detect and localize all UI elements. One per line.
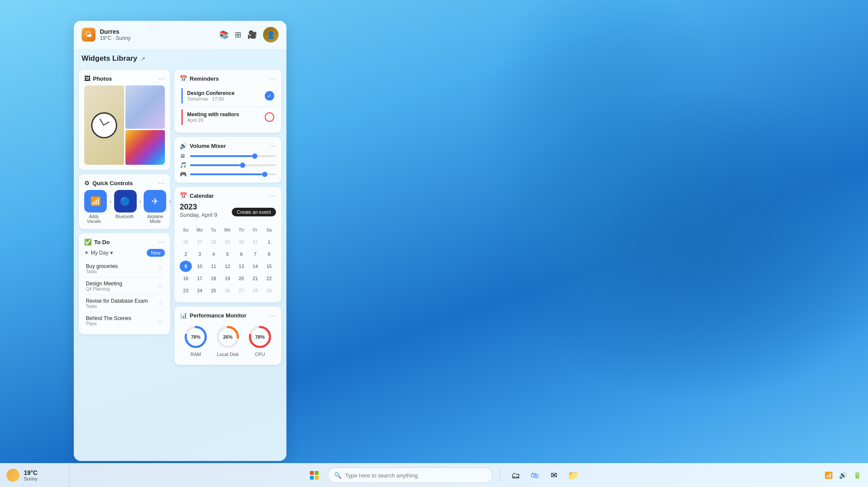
ram-circle: 78%: [184, 325, 208, 349]
todo-menu[interactable]: ···: [158, 239, 165, 245]
battery-icon[interactable]: 🔋: [853, 471, 861, 479]
cal-cell-18[interactable]: 18: [207, 273, 220, 284]
cal-cell-13[interactable]: 13: [235, 261, 247, 272]
cal-cell-11[interactable]: 11: [207, 261, 220, 272]
cal-cell-14[interactable]: 14: [249, 261, 261, 272]
qc-airplane-btn[interactable]: ✈: [144, 190, 166, 212]
cal-hdr-mo: Mo: [194, 224, 206, 235]
cal-cell-4[interactable]: 4: [207, 248, 220, 260]
todo-star-2[interactable]: ☆: [158, 283, 163, 290]
cal-cell-20[interactable]: 20: [235, 273, 247, 284]
reminder-sub-2: April 20: [187, 118, 265, 123]
reminder-title-1: Design Conference: [187, 90, 265, 96]
expand-icon[interactable]: ↗: [141, 56, 145, 62]
todo-star-4[interactable]: ☆: [158, 317, 163, 324]
start-button[interactable]: [306, 467, 322, 484]
cal-cell-23[interactable]: 23: [180, 285, 192, 296]
qc-arrow-3[interactable]: ›: [169, 198, 171, 205]
filter-label: My Day: [91, 250, 108, 256]
taskbar-mail[interactable]: ✉: [545, 467, 562, 484]
quick-controls-widget: ⚙ Quick Controls ··· 📶 › 🔵 › ✈ › Addy Vi…: [79, 174, 170, 229]
search-placeholder-text: Type here to search anything: [345, 472, 418, 479]
cal-cell-25[interactable]: 25: [207, 285, 220, 296]
cal-cell-30a[interactable]: 30: [235, 236, 247, 248]
reminder-title-2: Meeting with realtors: [187, 111, 265, 118]
avatar[interactable]: 👤: [263, 27, 279, 42]
cal-cell-22[interactable]: 22: [263, 273, 275, 284]
volume-icon-tb[interactable]: 🔊: [839, 471, 847, 479]
volume-menu[interactable]: ···: [270, 142, 276, 149]
cal-cell-17[interactable]: 17: [194, 273, 206, 284]
taskbar-folder[interactable]: 📁: [564, 467, 582, 484]
folder-icon: 📁: [568, 470, 579, 480]
perf-header: 📊 Performance Monitor ···: [180, 312, 276, 319]
qc-arrow-2[interactable]: ›: [139, 198, 141, 205]
cal-cell-2[interactable]: 2: [180, 248, 192, 260]
bookshelf-icon[interactable]: 📚: [219, 30, 229, 39]
vol-slider-1[interactable]: [190, 155, 276, 157]
cal-cell-3[interactable]: 3: [194, 248, 206, 260]
cal-cell-5[interactable]: 5: [221, 248, 233, 260]
perf-menu[interactable]: ···: [270, 312, 276, 319]
taskbar-temp: 19°C: [24, 469, 37, 476]
cal-cell-10[interactable]: 10: [194, 261, 206, 272]
cal-cell-28b[interactable]: 28: [249, 285, 261, 296]
volume-row-2: 🎵: [180, 162, 276, 168]
reminder-check-2[interactable]: [265, 112, 274, 122]
todo-star-1[interactable]: ☆: [158, 265, 163, 272]
taskbar-file-explorer[interactable]: 🗂: [507, 467, 524, 484]
calendar-grid: Su Mo Tu We Th Fr Sa 26 27 28 29 30: [180, 224, 276, 296]
cal-cell-7[interactable]: 7: [249, 248, 261, 260]
cal-cell-29b[interactable]: 29: [263, 285, 275, 296]
cal-cell-28a[interactable]: 28: [207, 236, 220, 248]
cal-cell-1[interactable]: 1: [263, 236, 275, 248]
calendar-menu[interactable]: ···: [270, 192, 276, 199]
reminders-menu[interactable]: ···: [270, 75, 276, 82]
cal-cell-16[interactable]: 16: [180, 273, 192, 284]
cal-hdr-tu: Tu: [207, 224, 220, 235]
cal-cell-26b[interactable]: 26: [221, 285, 233, 296]
taskbar-store[interactable]: 🛍: [526, 467, 543, 484]
cal-cell-26a[interactable]: 26: [180, 236, 192, 248]
reminder-check-1[interactable]: ✓: [265, 91, 274, 101]
cal-year: 2023: [180, 203, 217, 212]
cal-cell-24[interactable]: 24: [194, 285, 206, 296]
cal-cell-21[interactable]: 21: [249, 273, 261, 284]
left-column: 🖼 Photos ···: [79, 70, 170, 456]
cal-header-row: 2023 Sunday, April 9 Create an event: [180, 203, 276, 222]
cal-cell-15[interactable]: 15: [263, 261, 275, 272]
search-bar[interactable]: 🔍 Type here to search anything: [328, 467, 493, 483]
disk-circle: 26%: [216, 325, 240, 349]
cal-cell-27b[interactable]: 27: [235, 285, 247, 296]
grid-icon[interactable]: ⊞: [235, 30, 241, 39]
mail-icon: ✉: [551, 471, 557, 480]
photos-title: Photos: [93, 75, 158, 82]
create-event-button[interactable]: Create an event: [232, 208, 276, 216]
todo-title-2: Design Meeting: [86, 281, 158, 287]
cal-cell-27a[interactable]: 27: [194, 236, 206, 248]
cal-cell-19[interactable]: 19: [221, 273, 233, 284]
vol-slider-3[interactable]: [190, 173, 276, 175]
reminder-item-1: Design Conference Tomorrow · 17:00 ✓: [180, 85, 276, 107]
todo-title: To Do: [94, 239, 158, 245]
qc-menu[interactable]: ···: [158, 180, 165, 186]
my-day-filter[interactable]: ☀ My Day ▾: [84, 250, 113, 256]
qc-arrow-1[interactable]: ›: [109, 198, 112, 205]
todo-new-button[interactable]: New: [147, 249, 165, 257]
ram-pct: 78%: [191, 334, 201, 340]
cal-cell-9-today[interactable]: 9: [180, 261, 192, 272]
panel-content: 🖼 Photos ···: [74, 66, 286, 461]
cal-cell-12[interactable]: 12: [221, 261, 233, 272]
photos-menu[interactable]: ···: [158, 75, 165, 82]
vol-slider-2[interactable]: [190, 164, 276, 166]
qc-bluetooth-btn[interactable]: 🔵: [114, 190, 137, 212]
cal-cell-29a[interactable]: 29: [221, 236, 233, 248]
todo-star-3[interactable]: ☆: [158, 300, 163, 307]
cal-cell-31a[interactable]: 31: [249, 236, 261, 248]
camera-icon[interactable]: 🎥: [247, 30, 257, 39]
cal-cell-8[interactable]: 8: [263, 248, 275, 260]
qc-wifi-btn[interactable]: 📶: [84, 190, 107, 212]
wifi-icon[interactable]: 📶: [825, 471, 833, 479]
cal-cell-6[interactable]: 6: [235, 248, 247, 260]
todo-icon: ✅: [84, 239, 92, 245]
